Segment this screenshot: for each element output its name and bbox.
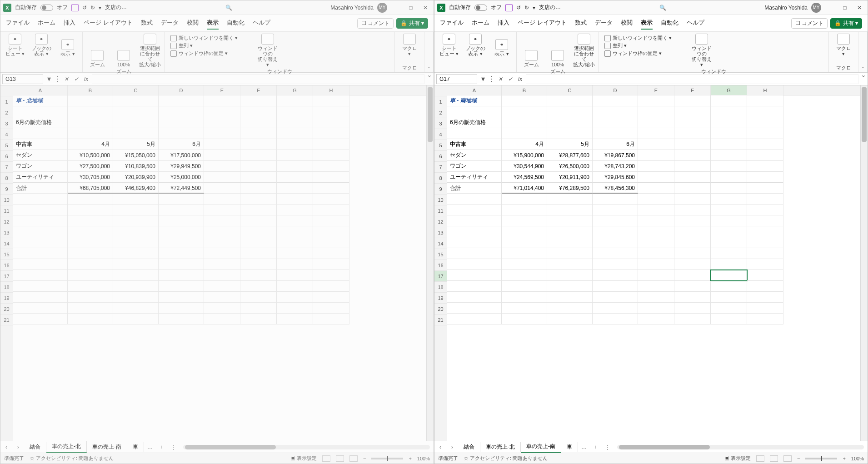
save-icon[interactable] [505,4,513,11]
cell[interactable]: ¥46,829,400 [113,183,159,194]
row-header[interactable]: 4 [0,129,13,140]
cell[interactable] [593,128,638,139]
formula-expand[interactable]: ˅ [425,75,434,83]
cell[interactable] [313,194,349,205]
zoom-out[interactable]: − [363,456,366,461]
sheet-add[interactable]: + [156,444,168,450]
ribbon-tab[interactable]: ホーム [472,17,489,30]
cell[interactable] [593,106,638,117]
cell[interactable]: ¥26,500,000 [547,161,593,172]
cell[interactable] [277,161,313,172]
cell[interactable] [747,117,783,128]
col-header[interactable]: C [547,85,593,95]
cell[interactable] [638,128,674,139]
cell[interactable] [638,183,674,194]
cell[interactable] [68,237,113,248]
cell[interactable] [711,183,747,194]
zoom-level[interactable]: 100% [851,456,864,461]
formula-input[interactable] [92,74,424,84]
cell[interactable] [547,106,593,117]
cell[interactable] [547,314,593,324]
ribbon-cmd[interactable]: 選択範囲に合わせて拡大/縮小 [138,34,162,67]
ribbon-tab[interactable]: 表示 [207,17,219,30]
ribbon-cmd[interactable]: 新しいウィンドウを開く ▾ [604,35,672,41]
cell[interactable] [277,226,313,237]
cell[interactable] [277,215,313,226]
cell[interactable] [711,226,747,237]
cell[interactable] [68,281,113,292]
cell[interactable] [240,226,277,237]
cell[interactable] [711,117,747,128]
sheet-next[interactable]: › [12,444,24,450]
ribbon-cmd[interactable]: 表示 ▾ [56,34,80,56]
cell[interactable] [204,292,240,303]
name-dropdown[interactable]: ▾ [45,75,53,83]
cell[interactable] [638,139,674,150]
cell[interactable] [638,106,674,117]
cell[interactable] [747,248,783,259]
cell[interactable]: ¥68,705,000 [68,183,113,194]
cell[interactable] [277,281,313,292]
cell[interactable] [547,248,593,259]
ribbon-tab[interactable]: データ [595,17,613,30]
share-button[interactable]: 🔒 共有 ▾ [396,18,428,29]
cell[interactable] [674,128,711,139]
cell[interactable] [547,215,593,226]
cell[interactable] [159,314,204,324]
cell[interactable] [159,248,204,259]
cell[interactable] [204,172,240,183]
cell[interactable]: 中古車 [447,139,502,150]
macro-cmd[interactable]: マクロ▾ [398,34,421,56]
cell[interactable] [313,314,349,324]
cell[interactable] [547,194,593,205]
cell[interactable] [638,172,674,183]
ribbon-cmd[interactable]: 新しいウィンドウを開く ▾ [170,35,238,41]
row-header[interactable]: 5 [434,140,447,151]
cell[interactable] [674,226,711,237]
col-header[interactable]: A [447,85,502,95]
cell[interactable] [638,281,674,292]
cell[interactable] [277,205,313,215]
cell[interactable]: 4月 [502,139,547,150]
cell[interactable] [68,215,113,226]
cell[interactable] [547,270,593,281]
cell[interactable] [159,259,204,270]
cell[interactable] [13,270,68,281]
status-accessibility[interactable]: ☆ アクセシビリティ: 問題ありません [30,455,114,462]
cell[interactable] [68,194,113,205]
share-button[interactable]: 🔒 共有 ▾ [830,18,862,29]
cell[interactable] [638,194,674,205]
cell[interactable] [638,303,674,314]
cell[interactable] [313,270,349,281]
cell[interactable] [674,194,711,205]
cell[interactable] [674,259,711,270]
cell[interactable] [204,128,240,139]
row-header[interactable]: 11 [0,205,13,216]
cell[interactable] [502,292,547,303]
cell[interactable] [711,172,747,183]
cell[interactable]: 6月の販売価格 [13,117,68,128]
cell[interactable] [313,117,349,128]
cell[interactable] [711,194,747,205]
cell[interactable] [113,128,159,139]
cell[interactable] [240,117,277,128]
sheet-tab[interactable]: 車 [561,442,578,452]
cell[interactable] [68,106,113,117]
cell[interactable] [113,194,159,205]
row-header[interactable]: 10 [434,195,447,205]
cell[interactable]: 合計 [13,183,68,194]
row-header[interactable]: 16 [0,260,13,271]
cell[interactable] [240,259,277,270]
view-pagelayout-icon[interactable] [336,455,344,462]
row-header[interactable]: 8 [0,173,13,184]
cell[interactable] [13,314,68,324]
ribbon-cmd[interactable]: シートビュー ▾ [3,34,27,56]
cell[interactable] [502,194,547,205]
cell[interactable] [277,106,313,117]
redo-icon[interactable]: ↻ [90,5,95,11]
cell[interactable] [593,292,638,303]
cell[interactable] [711,215,747,226]
cell[interactable] [502,117,547,128]
cell[interactable] [113,248,159,259]
row-header[interactable]: 19 [434,293,447,304]
